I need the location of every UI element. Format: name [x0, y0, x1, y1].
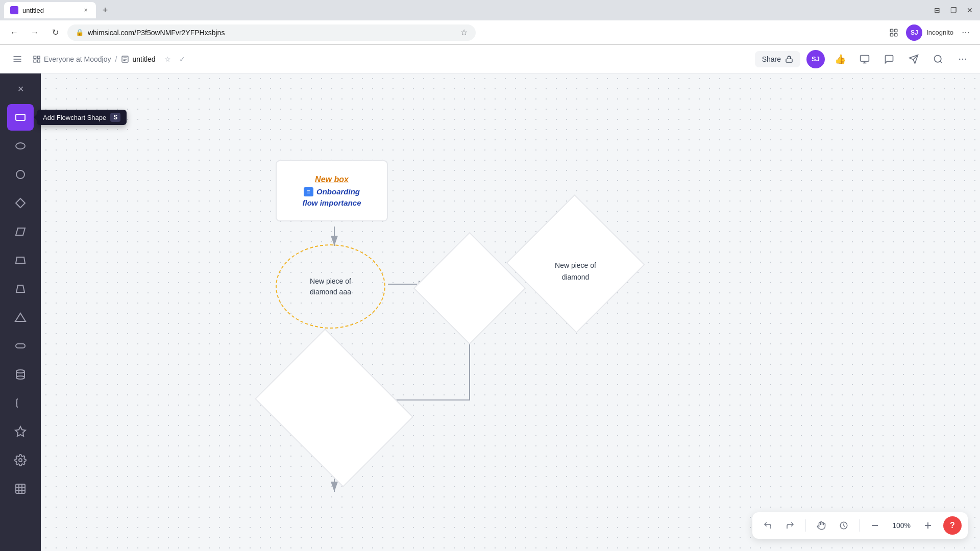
svg-point-4 [963, 32, 964, 33]
svg-marker-36 [15, 313, 26, 321]
svg-point-6 [968, 32, 969, 33]
new-box-node[interactable]: New box ≡ Onboarding flow importance [276, 160, 388, 221]
check-button[interactable]: ✓ [176, 53, 188, 65]
sidebar-item-brace[interactable] [7, 390, 34, 416]
share-label: Share [762, 55, 781, 63]
help-label: ? [950, 521, 955, 530]
svg-point-26 [959, 58, 961, 60]
bookmark-icon[interactable]: ☆ [460, 28, 468, 37]
diamond-right-node[interactable] [506, 194, 645, 333]
forward-button[interactable]: → [27, 24, 43, 41]
flow-importance-label: flow importance [302, 198, 361, 207]
undo-button[interactable] [758, 516, 777, 535]
sidebar-item-ellipse[interactable] [7, 133, 34, 159]
svg-point-5 [965, 32, 966, 33]
sidebar-item-cylinder[interactable] [7, 361, 34, 388]
help-button[interactable]: ? [943, 516, 962, 535]
svg-point-27 [962, 58, 964, 60]
address-bar[interactable]: 🔒 whimsical.com/P3f5owNMFvr2YFPHxsbjns ☆ [67, 24, 476, 41]
star-button[interactable]: ☆ [162, 53, 174, 65]
back-button[interactable]: ← [6, 24, 22, 41]
dashed-ellipse-label: New piece ofdiamond aaa [310, 276, 351, 297]
maximize-button[interactable]: ❐ [947, 4, 960, 16]
sidebar-item-stadium[interactable] [7, 333, 34, 359]
svg-rect-44 [16, 484, 25, 493]
minimize-button[interactable]: ⊟ [931, 4, 943, 16]
tab-close-button[interactable]: × [82, 6, 90, 14]
svg-rect-11 [37, 56, 40, 59]
diamond-mid-node[interactable] [413, 232, 526, 345]
send-button[interactable] [904, 50, 923, 68]
browser-tab[interactable]: untitled × [4, 2, 96, 18]
toolbar-divider-2 [859, 519, 860, 532]
onboarding-badge: ≡ [304, 187, 313, 196]
close-window-button[interactable]: ✕ [964, 4, 976, 16]
new-box-title: New box [315, 175, 349, 184]
svg-rect-29 [16, 114, 25, 120]
tab-title: untitled [22, 7, 78, 14]
svg-rect-1 [895, 29, 897, 32]
comment-button[interactable] [880, 50, 898, 68]
svg-rect-0 [890, 29, 893, 32]
svg-marker-34 [16, 257, 25, 263]
redo-button[interactable] [781, 516, 799, 535]
sidebar-item-gear[interactable] [7, 447, 34, 473]
history-button[interactable] [835, 516, 853, 535]
diamond-bottom-node[interactable] [255, 329, 413, 487]
dashed-ellipse-node[interactable]: New piece ofdiamond aaa [276, 244, 385, 329]
profile-button[interactable]: SJ [906, 24, 922, 41]
zoom-level[interactable]: 100% [888, 521, 915, 530]
sidebar-item-triangle[interactable] [7, 304, 34, 331]
more-button[interactable] [953, 50, 972, 68]
svg-point-41 [16, 376, 24, 379]
workspace-link[interactable]: Everyone at Moodjoy [33, 55, 111, 63]
hamburger-button[interactable] [8, 50, 27, 68]
presentation-button[interactable] [855, 50, 874, 68]
sidebar-item-parallelogram[interactable] [7, 218, 34, 245]
doc-title: untitled [132, 55, 155, 63]
new-tab-button[interactable]: + [98, 3, 112, 17]
svg-point-43 [19, 459, 22, 462]
sidebar-item-trapezoid[interactable] [7, 247, 34, 273]
canvas[interactable]: New box ≡ Onboarding flow importance New… [41, 73, 980, 551]
sidebar-item-circle[interactable] [7, 161, 34, 188]
search-button[interactable] [929, 50, 947, 68]
sidebar-item-diamond[interactable] [7, 190, 34, 216]
breadcrumb-separator: / [115, 55, 117, 63]
svg-rect-19 [861, 55, 869, 61]
bottom-toolbar: 100% ? [752, 512, 968, 539]
share-button[interactable]: Share [755, 51, 800, 67]
reload-button[interactable]: ↻ [47, 24, 63, 41]
user-avatar[interactable]: SJ [806, 50, 825, 68]
onboarding-label: Onboarding [316, 187, 360, 196]
menu-button[interactable] [958, 24, 974, 41]
hand-tool-button[interactable] [812, 516, 830, 535]
svg-point-30 [16, 143, 25, 149]
svg-rect-12 [37, 60, 40, 62]
zoom-out-button[interactable] [866, 516, 884, 535]
sidebar-item-star[interactable] [7, 418, 34, 445]
sidebar-item-rectangle[interactable]: Add Flowchart Shape S [7, 104, 34, 131]
sidebar-item-triangle-t[interactable] [7, 276, 34, 302]
extensions-button[interactable] [886, 24, 902, 41]
svg-rect-37 [16, 344, 25, 348]
svg-marker-35 [16, 285, 24, 292]
svg-marker-32 [16, 198, 25, 208]
svg-rect-3 [890, 33, 893, 36]
svg-rect-13 [34, 60, 36, 62]
lock-icon: 🔒 [76, 29, 84, 36]
svg-rect-2 [895, 33, 897, 36]
svg-line-25 [940, 61, 942, 63]
thumbsup-button[interactable]: 👍 [831, 50, 849, 68]
sidebar-item-table[interactable] [7, 475, 34, 502]
svg-point-24 [935, 55, 941, 62]
toolbar-divider-1 [805, 519, 806, 532]
svg-marker-33 [16, 228, 25, 235]
sidebar-close-button[interactable]: ✕ [11, 80, 30, 98]
workspace-name: Everyone at Moodjoy [44, 55, 111, 63]
connections-svg [41, 73, 980, 551]
profile-initials: SJ [911, 29, 918, 36]
sidebar: ✕ Add Flowchart Shape S [0, 73, 41, 551]
zoom-in-button[interactable] [919, 516, 937, 535]
svg-point-38 [16, 370, 24, 373]
